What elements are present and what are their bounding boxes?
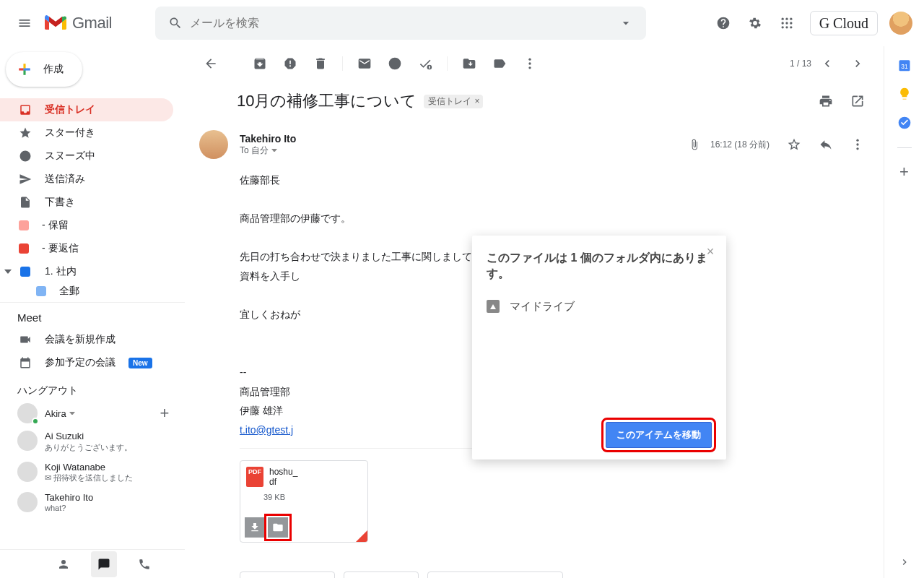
archive-icon: [253, 56, 267, 71]
nav-inbox[interactable]: 受信トレイ: [0, 98, 173, 121]
download-attachment-button[interactable]: [245, 517, 265, 538]
more-button[interactable]: [515, 49, 544, 78]
nav-label-reply[interactable]: - 要返信: [0, 237, 173, 260]
remove-chip-icon[interactable]: ×: [474, 96, 479, 106]
attachment-name: hoshu_: [269, 467, 297, 477]
message-more-button[interactable]: [843, 130, 872, 159]
search-button[interactable]: [161, 9, 190, 38]
save-to-drive-button[interactable]: [268, 517, 288, 538]
svg-point-5: [790, 22, 792, 24]
phone-tab[interactable]: [131, 551, 157, 577]
labels-button[interactable]: [485, 49, 514, 78]
svg-point-2: [790, 18, 792, 20]
sender-email-link[interactable]: t.ito@gtest.j: [240, 424, 293, 436]
close-popover-button[interactable]: ×: [702, 243, 719, 260]
nav-label-internal-sub[interactable]: 全郵: [0, 283, 173, 299]
chat-contact[interactable]: Takehiro Itowhat?: [0, 488, 185, 517]
account-avatar[interactable]: [889, 12, 912, 35]
clock-icon: [19, 150, 32, 163]
archive-button[interactable]: [245, 49, 274, 78]
add-task-button[interactable]: [411, 49, 440, 78]
spam-button[interactable]: [276, 49, 305, 78]
svg-point-3: [781, 22, 783, 24]
phone-icon: [138, 558, 151, 571]
search-input[interactable]: [190, 17, 611, 30]
popover-location[interactable]: マイドライブ: [487, 300, 712, 314]
prev-button[interactable]: [813, 49, 842, 78]
open-new-button[interactable]: [843, 87, 872, 116]
attachment-card[interactable]: PDF hoshu_ df 39 KB: [240, 460, 368, 543]
nav-expand-internal[interactable]: 1. 社内: [0, 260, 185, 283]
search-options-button[interactable]: [611, 9, 640, 38]
svg-text:31: 31: [901, 63, 908, 70]
reply-button[interactable]: [811, 130, 840, 159]
gmail-logo[interactable]: Gmail: [45, 14, 112, 33]
collapse-panel-button[interactable]: [899, 556, 910, 568]
print-button[interactable]: [811, 87, 840, 116]
chats-tab[interactable]: [91, 551, 117, 577]
get-addons-button[interactable]: +: [899, 163, 909, 181]
smart-reply-chip[interactable]: ありがとうございます。: [427, 571, 563, 578]
snooze-button[interactable]: [380, 49, 409, 78]
chevron-right-icon: [850, 56, 865, 71]
send-icon: [19, 173, 32, 186]
meet-new[interactable]: 会議を新規作成: [0, 328, 185, 351]
download-icon: [249, 522, 261, 533]
move-to-button[interactable]: [455, 49, 484, 78]
reply-icon: [819, 137, 833, 152]
drive-icon: [487, 300, 500, 313]
meet-header: Meet: [0, 302, 185, 328]
sender-avatar[interactable]: [199, 130, 228, 159]
inbox-chip[interactable]: 受信トレイ×: [424, 95, 482, 108]
delete-button[interactable]: [306, 49, 335, 78]
message-time: 16:12 (18 分前): [710, 139, 770, 151]
mark-unread-button[interactable]: [350, 49, 379, 78]
apps-grid-icon: [780, 16, 794, 30]
corner-fold-icon: [355, 530, 368, 543]
star-button[interactable]: [780, 130, 808, 159]
star-outline-icon: [787, 137, 801, 152]
account-chip[interactable]: G Cloud: [810, 11, 878, 35]
chat-contact[interactable]: Koji Watanabe✉ 招待状を送信しました: [0, 457, 185, 488]
meet-scheduled[interactable]: 参加予定の会議New: [0, 351, 185, 374]
move-item-button[interactable]: このアイテムを移動: [606, 422, 712, 448]
side-panel: 31 +: [884, 46, 924, 578]
support-button[interactable]: [709, 9, 738, 38]
nav-sent[interactable]: 送信済み: [0, 168, 173, 191]
keep-addon-icon[interactable]: [897, 87, 912, 101]
main-menu-button[interactable]: [7, 6, 42, 40]
back-button[interactable]: [196, 49, 225, 78]
svg-point-11: [528, 62, 531, 64]
plus-icon: [14, 59, 35, 79]
pdf-badge-icon: PDF: [246, 467, 263, 487]
sender-name: Takehiro Ito: [240, 133, 296, 144]
next-button[interactable]: [843, 49, 872, 78]
nav-drafts[interactable]: 下書き: [0, 191, 173, 214]
nav-starred[interactable]: スター付き: [0, 121, 173, 144]
contacts-tab[interactable]: [51, 551, 77, 577]
recipients-toggle[interactable]: To 自分: [240, 144, 296, 157]
smart-reply-chip[interactable]: 送ります。: [344, 571, 419, 578]
chat-contact[interactable]: Ai Suzukiありがとうございます。: [0, 426, 185, 457]
contact-avatar: [17, 462, 38, 482]
new-badge: New: [128, 358, 152, 368]
settings-button[interactable]: [741, 9, 770, 38]
apps-button[interactable]: [772, 9, 801, 38]
chat-bubble-icon: [97, 558, 110, 571]
nav-snoozed[interactable]: スヌーズ中: [0, 144, 173, 168]
inbox-icon: [19, 103, 32, 116]
hangouts-self[interactable]: Akira +: [0, 400, 185, 426]
svg-point-12: [528, 66, 531, 69]
smart-reply-chip[interactable]: 了解しました。: [240, 571, 335, 578]
draft-icon: [19, 196, 32, 209]
svg-point-15: [856, 147, 858, 150]
hangouts-footer: [0, 549, 185, 578]
new-chat-button[interactable]: +: [156, 405, 173, 422]
calendar-addon-icon[interactable]: 31: [897, 58, 912, 72]
compose-label: 作成: [43, 63, 64, 76]
nav-label-pending[interactable]: - 保留: [0, 214, 173, 237]
tasks-addon-icon[interactable]: [897, 116, 912, 130]
label-icon: [19, 220, 29, 230]
compose-button[interactable]: 作成: [6, 52, 82, 87]
clock-icon: [388, 56, 402, 71]
